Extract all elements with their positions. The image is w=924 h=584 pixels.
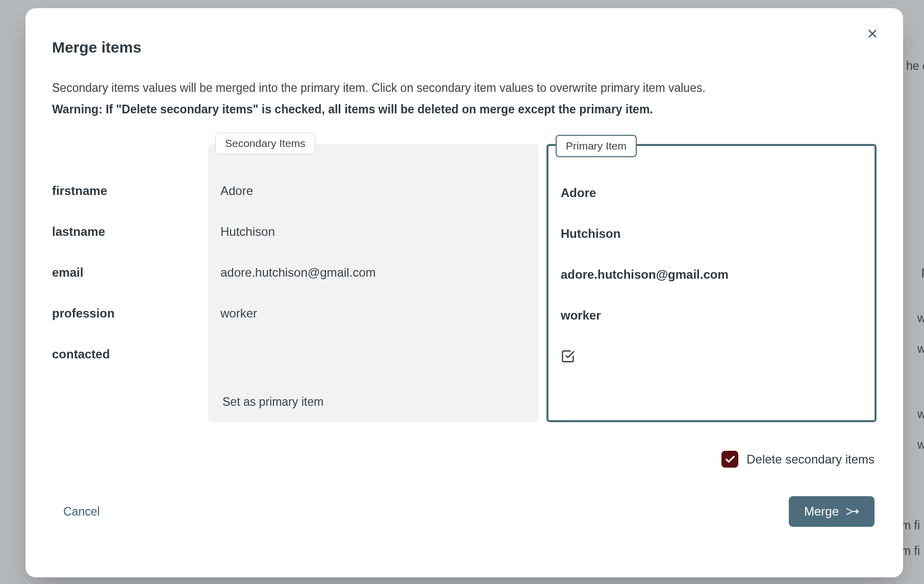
primary-value-contacted [561,336,862,377]
merge-arrow-icon [846,506,859,517]
close-icon [867,28,878,39]
checkbox-checked-icon [561,349,575,363]
secondary-value-lastname[interactable]: Hutchison [220,211,526,252]
bg-text: w [917,311,924,325]
merge-button-label: Merge [804,504,839,519]
bg-text: m fi [901,519,920,532]
merge-items-modal: Merge items Secondary items values will … [26,8,903,577]
delete-secondary-row: Delete secondary items [52,451,877,468]
primary-value-lastname: Hutchison [561,213,862,254]
field-label-lastname: lastname [52,211,200,252]
secondary-item-panel: Secondary Items Adore Hutchison adore.hu… [208,144,538,422]
modal-warning: Warning: If "Delete secondary items" is … [52,103,877,116]
bg-text: he ot [906,59,924,73]
primary-badge: Primary Item [556,135,637,157]
primary-value-email: adore.hutchison@gmail.com [561,254,862,295]
bg-text: p [921,264,924,278]
merge-grid: firstname lastname email profession cont… [52,144,877,422]
bg-text: w [917,407,924,421]
set-as-primary-button[interactable]: Set as primary item [220,375,526,411]
field-label-firstname: firstname [52,171,200,211]
bg-text: m fi [901,544,920,558]
modal-description: Secondary items values will be merged in… [52,80,877,96]
field-label-contacted: contacted [52,334,200,375]
bg-text: w [917,342,924,356]
modal-actions: Cancel Merge [52,496,877,527]
bg-text: w [917,438,924,452]
cancel-button[interactable]: Cancel [63,505,100,519]
primary-value-firstname: Adore [561,173,862,213]
modal-title: Merge items [52,39,877,56]
secondary-value-email[interactable]: adore.hutchison@gmail.com [220,252,526,293]
secondary-value-contacted[interactable] [220,334,526,375]
check-icon [725,454,736,465]
secondary-value-firstname[interactable]: Adore [220,171,526,211]
field-label-email: email [52,252,200,293]
secondary-value-profession[interactable]: worker [220,293,526,334]
field-label-profession: profession [52,293,200,334]
close-button[interactable] [862,23,883,44]
primary-value-profession: worker [561,295,862,336]
merge-button[interactable]: Merge [789,496,875,527]
delete-secondary-label: Delete secondary items [746,452,875,467]
delete-secondary-checkbox[interactable] [721,451,738,468]
primary-item-panel: Primary Item Adore Hutchison adore.hutch… [546,144,877,422]
secondary-badge: Secondary Items [215,133,315,154]
field-labels-column: firstname lastname email profession cont… [52,144,200,422]
